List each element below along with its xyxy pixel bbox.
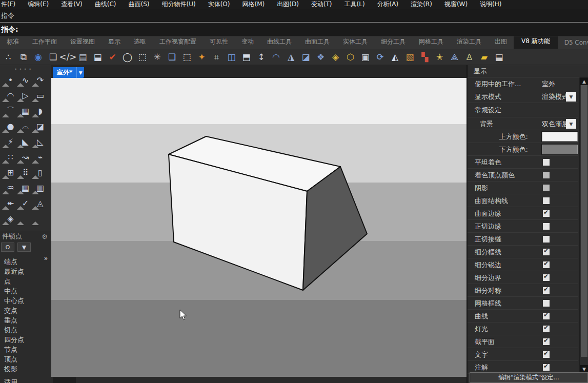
menu-item[interactable]: 渲染(R) (404, 1, 438, 8)
osnap-option[interactable]: 投影 (4, 364, 24, 374)
menu-item[interactable]: 实体(O) (202, 1, 236, 8)
osnap-filter-button[interactable]: ▼ (17, 243, 31, 252)
toolbar-icon[interactable]: ⬓ (492, 50, 506, 64)
tool-button[interactable]: ⚡ (3, 134, 18, 149)
menu-item[interactable]: 说明(H) (474, 1, 508, 8)
menu-item[interactable]: 查看(V) (55, 1, 89, 8)
toolbar-icon[interactable]: ◠ (269, 50, 283, 64)
toolbar-icon[interactable]: ❖ (313, 50, 328, 64)
tool-button[interactable]: ▦ (18, 180, 33, 195)
toolbar-icon[interactable]: ◉ (31, 50, 46, 64)
toolbar-icon[interactable]: </> (60, 50, 75, 64)
display-mode-value[interactable]: 渲染模式 (542, 90, 569, 103)
tool-button[interactable]: ↞ (3, 195, 18, 211)
display-option-checkbox[interactable] (543, 326, 550, 332)
command-prompt[interactable]: 指令: (0, 23, 588, 36)
osnap-option[interactable]: 垂点 (4, 315, 24, 325)
scroll-down-icon[interactable]: ▼ (580, 365, 588, 373)
toolbar-icon[interactable]: ✔ (105, 50, 120, 64)
tool-button[interactable]: ✓ (18, 195, 33, 211)
osnap-filter-button[interactable]: Ω (1, 243, 14, 252)
tool-button[interactable]: ◠ (3, 88, 18, 103)
toolbar-tab[interactable]: 设置视图 (64, 36, 102, 49)
bottom-color-swatch[interactable] (542, 145, 578, 154)
toolbar-tab[interactable]: 可见性 (203, 36, 235, 49)
toolbar-tab[interactable]: 工作平面 (26, 36, 64, 49)
tool-button[interactable]: ◈ (3, 211, 18, 226)
menu-item[interactable]: 分析(A) (371, 1, 405, 8)
osnap-option[interactable]: 端点 (4, 257, 24, 267)
osnap-option[interactable]: 四分点 (4, 335, 24, 345)
display-mode-dropdown[interactable]: ▼ (566, 92, 576, 102)
tool-button[interactable]: ◗ (33, 103, 48, 118)
toolbar-icon[interactable]: ▧ (402, 50, 417, 64)
osnap-more-chevron[interactable]: » (44, 255, 48, 262)
display-option-checkbox[interactable] (543, 313, 550, 319)
toolbar-icon[interactable]: ✭ (432, 50, 447, 64)
toolbar-icon[interactable]: ▰ (477, 50, 492, 64)
tool-button[interactable] (18, 211, 33, 226)
chevron-down-icon[interactable]: ▼ (76, 67, 84, 78)
toolbar-icon[interactable]: ◫ (224, 50, 239, 64)
toolbar-icon[interactable]: ▤ (75, 50, 90, 64)
menu-item[interactable]: 编辑(E) (22, 1, 55, 8)
toolbar-tab[interactable]: 网格工具 (412, 36, 450, 49)
tool-button[interactable]: ▦ (18, 103, 33, 118)
tool-button[interactable]: ⊞ (3, 165, 18, 180)
background-dropdown[interactable]: ▼ (566, 119, 576, 129)
toolbar-tab[interactable]: 实体工具 (336, 36, 374, 49)
display-option-checkbox[interactable] (543, 287, 550, 294)
display-option-checkbox[interactable] (543, 223, 550, 230)
toolbar-tab[interactable]: D5 Converter (558, 37, 588, 49)
box-model[interactable] (51, 78, 467, 377)
tool-button[interactable]: • (3, 72, 18, 88)
toolbar-tab[interactable]: 曲面工具 (298, 36, 336, 49)
osnap-option[interactable]: 中点 (4, 286, 24, 296)
display-option-checkbox[interactable] (543, 197, 550, 204)
tool-button[interactable]: ↝ (18, 149, 33, 165)
toolbar-icon[interactable]: ⧉ (16, 50, 31, 64)
toolbar-icon[interactable]: ◯ (120, 50, 135, 64)
toolbar-tab[interactable]: 显示 (102, 36, 127, 49)
toolbar-icon[interactable]: ⟁ (447, 50, 462, 64)
tool-button[interactable]: ↷ (33, 72, 48, 88)
tool-button[interactable]: ∿ (18, 72, 33, 88)
panel-scrollbar[interactable]: ▲ ▼ (579, 77, 588, 373)
menu-item[interactable]: 出图(D) (271, 1, 305, 8)
toolbar-icon[interactable]: ✳ (150, 50, 165, 64)
display-option-checkbox[interactable] (543, 185, 550, 191)
toolbar-tab[interactable]: 曲线工具 (260, 36, 298, 49)
display-option-checkbox[interactable] (543, 338, 550, 345)
tool-button[interactable]: ◣ (18, 134, 33, 149)
gear-icon[interactable]: ⚙ (42, 233, 48, 240)
scrollbar-thumb[interactable] (581, 85, 587, 357)
display-option-checkbox[interactable] (543, 236, 550, 243)
osnap-option[interactable]: 交点 (4, 306, 24, 315)
tool-button[interactable]: ◺ (33, 134, 48, 149)
tool-button[interactable]: ∷ (3, 149, 18, 165)
menu-item[interactable]: 曲线(C) (89, 1, 123, 8)
tool-button[interactable]: ⠿ (18, 165, 33, 180)
menu-item[interactable]: 视窗(W) (438, 1, 474, 8)
display-option-checkbox[interactable] (543, 172, 550, 178)
display-option-checkbox[interactable] (543, 300, 550, 307)
tool-button[interactable]: ◪ (33, 118, 48, 134)
toolbar-icon[interactable]: ♙ (462, 50, 477, 64)
toolbar-icon[interactable]: ❑ (165, 50, 179, 64)
toolbar-icon[interactable]: ⬡ (343, 50, 358, 64)
toolbar-icon[interactable]: ▣ (358, 50, 373, 64)
toolbar-tab[interactable]: 变动 (235, 36, 260, 49)
tool-button[interactable]: ▯ (33, 165, 48, 180)
toolbar-tab[interactable]: V8 新功能 (514, 36, 558, 49)
viewport-tab[interactable]: 室外* ▼ (53, 67, 84, 78)
toolbar-tab[interactable]: 渲染工具 (450, 36, 488, 49)
toolbar-icon[interactable]: ⬓ (90, 50, 105, 64)
toolbar-icon[interactable]: ⌗ (209, 50, 224, 64)
osnap-option[interactable]: 最近点 (4, 267, 24, 276)
toolbar-icon[interactable]: ⬚ (135, 50, 150, 64)
tool-button[interactable]: ● (3, 118, 18, 134)
toolbar-icon[interactable]: ↕ (254, 50, 269, 64)
tool-button[interactable]: ♒ (3, 180, 18, 195)
toolbar-icon[interactable]: ❏ (46, 50, 60, 64)
toolbar-icon[interactable]: ◈ (328, 50, 343, 64)
